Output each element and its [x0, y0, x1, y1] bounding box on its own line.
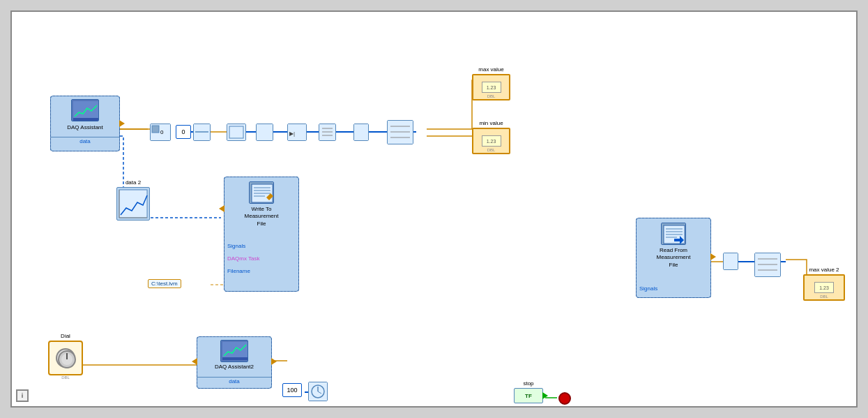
process-block-4[interactable]: ▶|	[287, 124, 307, 141]
block-diagram-canvas: DAQ Assistant data 0 0 ▶|	[10, 10, 858, 408]
svg-rect-54	[222, 357, 248, 360]
hundred-constant: 100	[282, 383, 302, 397]
array-index-block[interactable]: 0	[150, 124, 171, 141]
signals-port-label: Signals	[227, 243, 245, 249]
process-block-7[interactable]	[387, 120, 413, 144]
read-measurement-node[interactable]: Read FromMeasurementFile Signals	[636, 218, 711, 298]
min-value-display: 1.23	[482, 135, 501, 147]
read-process-block1[interactable]	[723, 253, 738, 270]
svg-rect-40	[119, 190, 147, 218]
stop-label: stop	[514, 380, 543, 387]
data2-label: data 2	[116, 179, 150, 186]
min-value-indicator[interactable]: 1.23 DBL	[472, 128, 510, 154]
max-value2-group: max value 2 1.23 DBL	[803, 267, 845, 301]
max-value-indicator[interactable]: 1.23 DBL	[472, 74, 510, 100]
read-process-block2[interactable]	[754, 253, 781, 277]
svg-rect-18	[73, 101, 98, 121]
process-block-6[interactable]	[353, 124, 369, 141]
dial-control[interactable]	[48, 341, 83, 375]
write-icon	[249, 181, 274, 204]
max-value2-indicator[interactable]: 1.23 DBL	[803, 274, 845, 301]
daq2-output-port	[271, 358, 277, 365]
daq-assistant-data-port: data	[51, 137, 119, 145]
max-value2-label: max value 2	[803, 267, 845, 273]
process-block-1[interactable]	[193, 124, 211, 141]
process-block-2[interactable]	[227, 124, 246, 141]
svg-rect-65	[724, 253, 738, 269]
max-value-display: 1.23	[482, 82, 501, 93]
daq-assistant2-node[interactable]: DAQ Assistant2 data	[197, 336, 272, 389]
dial-icon	[56, 348, 75, 368]
dial-dbl-label: DBL	[48, 375, 83, 380]
read-measurement-label: Read FromMeasurementFile	[657, 247, 691, 269]
daq-assistant-label: DAQ Assistant	[66, 123, 105, 131]
data2-icon[interactable]	[116, 187, 150, 221]
max-value-group: max value 1.23 DBL	[472, 66, 510, 100]
svg-text:▶|: ▶|	[289, 130, 295, 137]
daq-assistant-node[interactable]: DAQ Assistant data	[50, 96, 120, 151]
daq2-label: DAQ Assistant2	[215, 364, 254, 370]
svg-rect-27	[257, 124, 273, 140]
daq2-data-port: data	[197, 377, 271, 385]
zero-constant: 0	[176, 125, 191, 139]
stop-tf-box[interactable]: TF	[514, 388, 543, 403]
process-block-5[interactable]	[319, 124, 336, 141]
daq2-icon	[220, 340, 248, 362]
stop-group: stop TF	[514, 380, 543, 403]
daqmx-port-label: DAQmx Task	[227, 255, 260, 262]
stop-output-port	[542, 392, 548, 399]
write-input-port	[219, 205, 224, 212]
read-signals-port: Signals	[639, 285, 657, 292]
svg-rect-21	[152, 126, 159, 133]
timing-block[interactable]	[308, 382, 328, 401]
filename-port-label: Filename	[227, 268, 250, 274]
daq-output-port	[119, 120, 125, 127]
svg-rect-34	[354, 124, 368, 140]
daq2-input-port	[192, 358, 197, 365]
data2-group: data 2	[116, 179, 150, 221]
svg-text:0: 0	[160, 129, 164, 135]
process-block-3[interactable]	[256, 124, 273, 141]
max-value-label: max value	[472, 66, 510, 73]
file-path-constant[interactable]: C:\test.lvm	[148, 279, 181, 288]
loop-indicator: i	[16, 389, 29, 402]
read-output-port	[710, 253, 716, 260]
write-measurement-label: Write ToMeasurementFile	[245, 206, 279, 227]
stop-button[interactable]	[558, 392, 571, 405]
max-value2-display: 1.23	[814, 282, 834, 293]
min-value-label: min value	[472, 120, 510, 126]
dial-group[interactable]: Dial DBL	[48, 333, 83, 380]
dial-label: Dial	[48, 333, 83, 339]
svg-rect-19	[73, 118, 98, 121]
read-icon	[661, 223, 686, 245]
write-measurement-node[interactable]: Write ToMeasurementFile Signals DAQmx Ta…	[224, 177, 299, 292]
min-value-group: min value 1.23 DBL	[472, 120, 510, 154]
